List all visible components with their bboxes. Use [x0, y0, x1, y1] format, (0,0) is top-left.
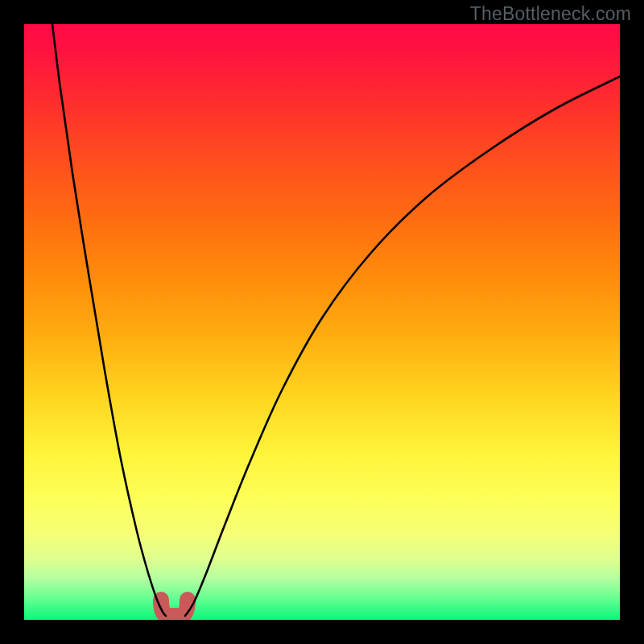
chart-svg — [24, 24, 620, 620]
curve-right-branch — [185, 76, 620, 616]
curve-left-branch — [52, 24, 166, 616]
watermark-text: TheBottleneck.com — [470, 3, 631, 25]
marker-u-shape — [161, 600, 188, 616]
chart-frame — [24, 24, 620, 620]
